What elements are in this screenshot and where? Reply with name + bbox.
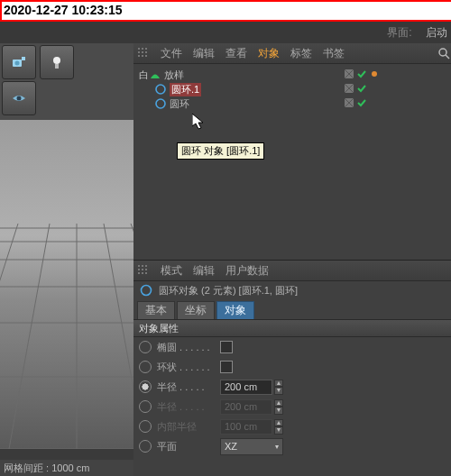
spinner-down: ▼ [274, 407, 283, 415]
svg-point-3 [53, 57, 60, 64]
flag-check-icon[interactable] [355, 82, 368, 95]
attr-label-plane: 平面 [157, 440, 220, 453]
panel-grip-icon[interactable] [137, 264, 150, 277]
attr-object-title: 圆环对象 (2 元素) [圆环.1, 圆环] [133, 281, 451, 299]
attr-label-ring: 环状 . . . . . . [157, 361, 220, 374]
search-icon[interactable] [437, 47, 450, 60]
app-header: 界面: 启动 [0, 22, 451, 43]
attr-title-text: 圆环对象 (2 元素) [圆环.1, 圆环] [159, 284, 298, 298]
object-manager-menubar: 文件 编辑 查看 对象 标签 书签 [133, 43, 451, 64]
camera-button[interactable] [2, 45, 36, 79]
attr-label-radius2: 半径 . . . . . [157, 400, 220, 414]
menu-object[interactable]: 对象 [258, 46, 280, 61]
tree-label[interactable]: 圆环.1 [170, 83, 201, 96]
timestamp-overlay: 2020-12-27 10:23:15 [0, 0, 451, 22]
flag-layer-icon[interactable] [343, 68, 355, 80]
viewport-3d[interactable] [0, 120, 133, 449]
object-flags-column [343, 67, 406, 110]
chevron-down-icon: ▾ [275, 443, 279, 451]
attr-menu-mode[interactable]: 模式 [161, 263, 182, 279]
menu-edit[interactable]: 编辑 [193, 46, 215, 61]
tooltip-text: 圆环 对象 [圆环.1] [181, 145, 260, 156]
ellipse-checkbox[interactable] [220, 341, 233, 353]
spinner-up: ▲ [274, 399, 283, 407]
flag-check-icon[interactable] [355, 96, 368, 109]
interface-label: 界面: [387, 26, 411, 39]
attr-row-ellipse: 椭圆 . . . . . . [133, 337, 451, 357]
view-button[interactable] [2, 81, 36, 115]
svg-point-28 [439, 49, 446, 56]
tab-object[interactable]: 对象 [216, 301, 254, 319]
attr-row-radius2: 半径 . . . . . ▲▼ [133, 397, 451, 416]
menu-tags[interactable]: 标签 [290, 46, 312, 61]
svg-rect-20 [142, 48, 143, 50]
attr-row-plane: 平面 XZ ▾ [133, 436, 451, 456]
svg-rect-48 [145, 269, 147, 270]
svg-rect-22 [138, 51, 140, 53]
radio-icon[interactable] [139, 380, 152, 393]
svg-rect-27 [145, 55, 147, 57]
radius-input[interactable] [220, 380, 272, 395]
attr-row-inner: 内部半径 ▲▼ [133, 416, 451, 436]
radio-icon[interactable] [139, 440, 152, 453]
plane-dropdown[interactable]: XZ ▾ [220, 438, 283, 455]
svg-rect-43 [138, 265, 140, 267]
menu-file[interactable]: 文件 [161, 46, 182, 61]
menu-view[interactable]: 查看 [226, 46, 247, 61]
svg-rect-21 [145, 48, 147, 50]
svg-rect-45 [145, 265, 147, 267]
flags-circle2 [343, 96, 406, 110]
svg-rect-46 [138, 269, 140, 270]
attr-section-header: 对象属性 [133, 319, 451, 337]
tree-label[interactable]: 放样 [164, 69, 184, 82]
attr-label-ellipse: 椭圆 . . . . . . [157, 341, 220, 354]
loft-icon [149, 69, 161, 81]
ring-checkbox[interactable] [220, 361, 233, 373]
svg-rect-51 [145, 272, 147, 274]
menu-bookmarks[interactable]: 书签 [323, 46, 345, 61]
flag-layer-icon[interactable] [343, 82, 355, 95]
flag-check-icon[interactable] [355, 68, 368, 80]
radio-icon[interactable] [139, 341, 152, 353]
attr-tabs: 基本 坐标 对象 [133, 299, 451, 319]
svg-marker-42 [192, 114, 203, 129]
circle-icon [154, 97, 167, 110]
svg-rect-19 [138, 48, 140, 50]
timestamp-text: 2020-12-27 10:23:15 [4, 3, 123, 17]
radius-field[interactable]: ▲▼ [220, 380, 283, 395]
tab-basic[interactable]: 基本 [137, 301, 175, 319]
inner-input [220, 419, 272, 435]
attr-row-ring: 环状 . . . . . . [133, 357, 451, 377]
svg-rect-44 [142, 265, 143, 267]
svg-rect-49 [138, 272, 140, 274]
attr-menu-userdata[interactable]: 用户数据 [226, 263, 269, 279]
svg-rect-6 [0, 120, 133, 449]
attr-label-radius: 半径 . . . . . [157, 380, 220, 394]
svg-point-30 [156, 85, 165, 94]
flag-layer-icon[interactable] [343, 96, 355, 109]
radio-icon[interactable] [139, 400, 152, 413]
attr-menu-edit[interactable]: 编辑 [193, 263, 215, 279]
panel-grip-icon[interactable] [137, 47, 150, 60]
svg-rect-50 [142, 272, 143, 274]
svg-rect-4 [55, 64, 59, 69]
mouse-cursor-icon [192, 114, 207, 134]
svg-rect-47 [142, 269, 143, 270]
tree-label[interactable]: 圆环 [170, 97, 189, 111]
spinner-up: ▲ [274, 419, 283, 427]
radio-icon[interactable] [139, 420, 152, 433]
attr-label-inner: 内部半径 [157, 420, 220, 434]
tab-coord[interactable]: 坐标 [177, 301, 215, 319]
svg-point-5 [17, 96, 22, 101]
light-button[interactable] [40, 45, 74, 79]
spinner-up[interactable]: ▲ [274, 380, 283, 388]
svg-rect-23 [142, 51, 143, 53]
expand-toggle[interactable]: 白 [139, 69, 148, 82]
radio-icon[interactable] [139, 361, 152, 373]
attribute-manager-menubar: 模式 编辑 用户数据 [133, 261, 451, 281]
flag-dot-icon[interactable] [368, 68, 381, 80]
spinner-down[interactable]: ▼ [274, 387, 283, 395]
attr-row-radius: 半径 . . . . . ▲▼ [133, 377, 451, 397]
svg-rect-2 [22, 57, 25, 60]
interface-value[interactable]: 启动 [426, 26, 447, 39]
